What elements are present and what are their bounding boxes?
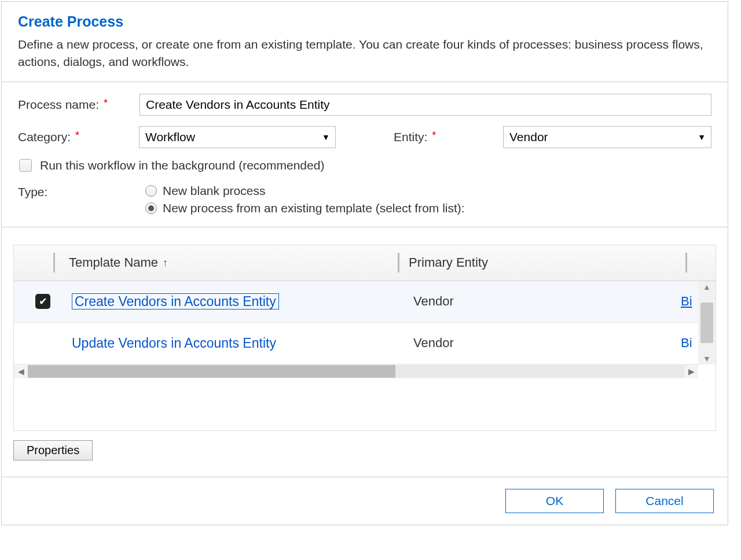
row-owner-cell: Bi	[681, 336, 698, 351]
vertical-scrollbar[interactable]: ▲ ▼	[698, 281, 716, 364]
type-option-blank-label: New blank process	[163, 184, 265, 198]
type-label: Type:	[18, 184, 145, 199]
table-row[interactable]: Update Vendors in Accounts Entity Vendor…	[14, 323, 698, 364]
process-name-label-text: Process name:	[18, 98, 99, 112]
ok-button[interactable]: OK	[505, 489, 604, 513]
type-option-template[interactable]: New process from an existing template (s…	[145, 201, 465, 215]
process-name-input[interactable]	[140, 94, 711, 116]
owner-link[interactable]: Bi	[681, 336, 692, 350]
owner-link[interactable]: Bi	[681, 294, 692, 308]
column-primary-entity[interactable]: Primary Entity	[399, 255, 685, 270]
form-area: Process name: * Category: * Workflow ▼ E…	[2, 82, 728, 233]
entity-label-text: Entity:	[394, 130, 427, 144]
row-primary-cell: Vendor	[413, 294, 681, 309]
dialog-title: Create Process	[18, 13, 711, 30]
required-asterisk-icon: *	[432, 130, 436, 142]
table-row[interactable]: ✔ Create Vendors in Accounts Entity Vend…	[14, 281, 698, 323]
dialog-button-bar: OK Cancel	[2, 477, 728, 525]
column-separator-icon	[685, 253, 687, 272]
background-checkbox-row: Run this workflow in the background (rec…	[18, 159, 711, 172]
process-name-label: Process name: *	[18, 98, 140, 112]
radio-icon	[145, 202, 157, 214]
grid-header: Template Name ↑ Primary Entity	[14, 245, 716, 281]
divider	[2, 227, 728, 227]
row-checkbox[interactable]: ✔	[35, 294, 50, 309]
row-owner-cell: Bi	[681, 294, 698, 309]
column-primary-entity-label: Primary Entity	[409, 255, 488, 270]
dialog-description: Define a new process, or create one from…	[18, 36, 711, 71]
type-radio-group: New blank process New process from an ex…	[145, 184, 465, 215]
category-label-text: Category:	[18, 130, 71, 144]
row-template-cell: Create Vendors in Accounts Entity	[72, 294, 413, 310]
entity-label: Entity: *	[394, 130, 503, 144]
category-select[interactable]: Workflow	[139, 126, 336, 148]
column-template-name[interactable]: Template Name ↑	[69, 255, 398, 270]
grid-footer	[14, 378, 716, 430]
entity-select-wrap: Vendor ▼	[503, 126, 711, 148]
type-option-template-label: New process from an existing template (s…	[163, 201, 465, 215]
type-row: Type: New blank process New process from…	[18, 184, 711, 215]
entity-select[interactable]: Vendor	[503, 126, 711, 148]
arrow-left-icon: ◀	[14, 367, 28, 376]
arrow-right-icon: ▶	[684, 367, 698, 376]
type-option-blank[interactable]: New blank process	[145, 184, 465, 198]
background-checkbox[interactable]	[19, 159, 32, 172]
category-select-wrap: Workflow ▼	[139, 126, 336, 148]
required-asterisk-icon: *	[75, 130, 79, 142]
cancel-button[interactable]: Cancel	[615, 489, 714, 513]
column-owner[interactable]	[685, 253, 716, 272]
template-link[interactable]: Update Vendors in Accounts Entity	[72, 336, 276, 351]
dialog-header: Create Process Define a new process, or …	[2, 2, 728, 82]
row-template-cell: Update Vendors in Accounts Entity	[72, 336, 413, 351]
radio-icon	[145, 185, 157, 197]
create-process-dialog: Create Process Define a new process, or …	[1, 1, 728, 525]
process-name-row: Process name: *	[18, 94, 711, 116]
template-link[interactable]: Create Vendors in Accounts Entity	[72, 293, 279, 310]
column-separator-icon	[53, 253, 55, 272]
arrow-down-icon: ▼	[703, 354, 711, 363]
horizontal-scrollbar[interactable]: ◀ ▶	[14, 364, 698, 378]
row-primary-cell: Vendor	[413, 336, 681, 351]
category-label: Category: *	[18, 130, 139, 144]
column-template-name-label: Template Name	[69, 255, 158, 270]
check-icon: ✔	[39, 295, 47, 308]
row-checkbox-cell: ✔	[14, 294, 72, 309]
scrollbar-thumb[interactable]	[700, 303, 713, 343]
scrollbar-thumb[interactable]	[28, 365, 395, 378]
required-asterisk-icon: *	[104, 97, 108, 109]
category-entity-row: Category: * Workflow ▼ Entity: * Vendor …	[18, 126, 711, 148]
properties-button[interactable]: Properties	[13, 440, 93, 460]
template-grid: Template Name ↑ Primary Entity ✔ Create …	[13, 245, 716, 431]
background-checkbox-label: Run this workflow in the background (rec…	[40, 159, 324, 172]
sort-ascending-icon: ↑	[163, 257, 168, 269]
grid-header-check[interactable]	[14, 245, 69, 281]
scrollbar-track[interactable]	[28, 365, 684, 378]
grid-body: ✔ Create Vendors in Accounts Entity Vend…	[14, 281, 716, 364]
arrow-up-icon: ▲	[703, 282, 711, 292]
